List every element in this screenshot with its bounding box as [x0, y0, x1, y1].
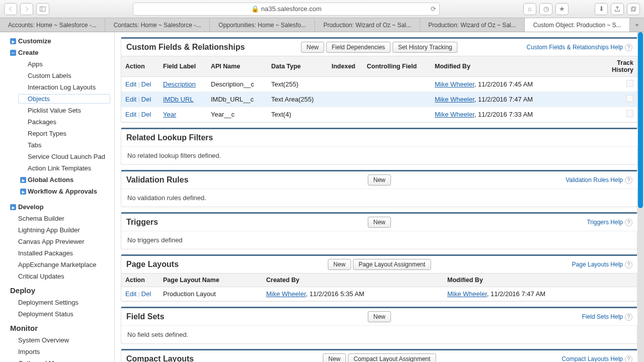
- sidebar-item-deployment-status[interactable]: Deployment Status: [0, 308, 114, 320]
- sidebar-item-packages[interactable]: Packages: [0, 116, 114, 128]
- sidebar-item-picklist[interactable]: Picklist Value Sets: [0, 105, 114, 116]
- new-compact-layout-button[interactable]: New: [323, 353, 346, 362]
- sidebar-item-outbound-messages[interactable]: Outbound Messages: [0, 357, 114, 362]
- new-fieldset-button[interactable]: New: [368, 311, 391, 322]
- tabs-button[interactable]: [627, 3, 640, 15]
- created-by-link[interactable]: Mike Wheeler: [266, 290, 306, 298]
- sidebar-item-create[interactable]: –Create: [0, 47, 114, 58]
- col-action: Action: [121, 274, 159, 287]
- layout-name: Production Layout: [159, 287, 262, 301]
- tab-custom-object[interactable]: Custom Object: Production ~ S...: [525, 18, 630, 32]
- tab-production-2[interactable]: Production: Wizard of Oz ~ Sal...: [420, 18, 525, 32]
- svg-rect-2: [631, 8, 635, 11]
- sidebar-item-apps[interactable]: Apps: [0, 58, 114, 70]
- url-field[interactable]: 🔒 na35.salesforce.com ⟳: [133, 3, 440, 16]
- col-modified-by: Modified By: [431, 56, 590, 77]
- api-name: Year__c: [207, 107, 267, 122]
- table-row: Edit|Del Year Year__c Text(4) Mike Wheel…: [121, 107, 637, 122]
- forward-button[interactable]: [20, 3, 33, 15]
- edit-link[interactable]: Edit: [125, 111, 136, 118]
- back-button[interactable]: [4, 3, 17, 15]
- validation-help-link[interactable]: Validation Rules Help?: [566, 176, 632, 184]
- field-sets-section: Field Sets New Field Sets Help? No field…: [121, 307, 638, 344]
- new-field-button[interactable]: New: [301, 42, 324, 53]
- sidebar-item-canvas-app[interactable]: Canvas App Previewer: [0, 236, 114, 247]
- tab-accounts[interactable]: Accounts: Home ~ Salesforce -...: [0, 18, 105, 32]
- new-layout-button[interactable]: New: [328, 259, 351, 270]
- scrollbar-thumb[interactable]: [638, 32, 643, 208]
- data-type: Text(4): [267, 107, 328, 122]
- sidebar-item-custom-labels[interactable]: Custom Labels: [0, 70, 114, 81]
- reload-icon[interactable]: ⟳: [431, 5, 436, 13]
- edit-link[interactable]: Edit: [125, 80, 136, 88]
- modified-by-link[interactable]: Mike Wheeler: [435, 80, 474, 88]
- sidebar-toggle-button[interactable]: [36, 3, 49, 15]
- triggers-help-link[interactable]: Triggers Help?: [587, 219, 632, 226]
- new-trigger-button[interactable]: New: [368, 217, 391, 228]
- bookmark-button[interactable]: ★: [555, 3, 569, 15]
- sidebar-item-global-actions[interactable]: ▸Global Actions: [0, 174, 114, 186]
- modified-date: 11/2/2016 7:45 AM: [478, 80, 533, 88]
- del-link[interactable]: Del: [141, 290, 151, 298]
- del-link[interactable]: Del: [141, 96, 151, 103]
- sidebar-item-imports[interactable]: Imports: [0, 346, 114, 357]
- modified-by-link[interactable]: Mike Wheeler: [435, 96, 474, 103]
- del-link[interactable]: Del: [141, 80, 151, 88]
- expand-icon: ▸: [10, 204, 16, 210]
- share-button[interactable]: [611, 3, 624, 15]
- field-label-link[interactable]: Description: [163, 80, 196, 88]
- set-history-tracking-button[interactable]: Set History Tracking: [392, 42, 457, 53]
- sidebar-item-appexchange[interactable]: AppExchange Marketplace: [0, 259, 114, 270]
- sidebar-item-report-types[interactable]: Report Types: [0, 128, 114, 139]
- sidebar-item-objects[interactable]: Objects: [0, 93, 114, 105]
- sidebar-item-schema-builder[interactable]: Schema Builder: [0, 213, 114, 224]
- sidebar-item-workflow[interactable]: ▸Workflow & Approvals: [0, 186, 114, 197]
- modified-by-link[interactable]: Mike Wheeler: [435, 111, 474, 118]
- col-layout-name: Page Layout Name: [159, 274, 262, 287]
- field-dependencies-button[interactable]: Field Dependencies: [326, 42, 390, 53]
- custom-fields-help-link[interactable]: Custom Fields & Relationships Help?: [527, 44, 632, 51]
- sidebar-item-develop[interactable]: ▸Develop: [0, 201, 114, 213]
- sidebar-item-critical-updates[interactable]: Critical Updates: [0, 270, 114, 282]
- empty-message: No validation rules defined.: [121, 189, 637, 207]
- help-icon: ?: [625, 44, 632, 51]
- history-button[interactable]: ◷: [539, 3, 552, 15]
- sidebar-item-installed-packages[interactable]: Installed Packages: [0, 247, 114, 259]
- empty-message: No triggers defined: [121, 231, 637, 249]
- del-link[interactable]: Del: [141, 111, 151, 118]
- col-action: Action: [121, 56, 159, 77]
- collapse-icon: –: [10, 50, 16, 56]
- sidebar-item-customize[interactable]: ▸Customize: [0, 35, 114, 47]
- home-button[interactable]: ⌂: [523, 3, 536, 15]
- tab-contacts[interactable]: Contacts: Home ~ Salesforce -...: [105, 18, 210, 32]
- sidebar-item-action-link[interactable]: Action Link Templates: [0, 162, 114, 174]
- col-controlling: Controlling Field: [363, 56, 431, 77]
- tab-production-1[interactable]: Production: Wizard of Oz ~ Sal...: [315, 18, 420, 32]
- page-layouts-help-link[interactable]: Page Layouts Help?: [572, 261, 632, 268]
- compact-layouts-help-link[interactable]: Compact Layouts Help?: [562, 355, 632, 363]
- scrollbar-track[interactable]: [637, 32, 644, 362]
- modified-by-link[interactable]: Mike Wheeler: [447, 290, 487, 298]
- sidebar-item-interaction-log[interactable]: Interaction Log Layouts: [0, 81, 114, 93]
- help-icon: ?: [625, 313, 632, 321]
- sidebar-item-tabs[interactable]: Tabs: [0, 139, 114, 151]
- api-name: Description__c: [207, 77, 267, 92]
- sidebar-item-system-overview[interactable]: System Overview: [0, 334, 114, 346]
- sidebar-item-lightning-app[interactable]: Lightning App Builder: [0, 224, 114, 236]
- field-label-link[interactable]: Year: [163, 111, 176, 118]
- col-api-name: API Name: [207, 56, 267, 77]
- lock-icon: 🔒: [251, 5, 259, 13]
- field-label-link[interactable]: IMDb URL: [163, 96, 194, 103]
- tab-opportunities[interactable]: Opportunities: Home ~ Salesfo...: [210, 18, 315, 32]
- field-sets-help-link[interactable]: Field Sets Help?: [582, 313, 632, 321]
- download-button[interactable]: ⬇: [595, 3, 608, 15]
- table-row: Edit|Del Production Layout Mike Wheeler,…: [121, 287, 637, 301]
- sidebar-item-service-cloud[interactable]: Service Cloud Launch Pad: [0, 151, 114, 162]
- compact-layout-assignment-button[interactable]: Compact Layout Assignment: [348, 353, 436, 362]
- new-tab-button[interactable]: +: [630, 18, 644, 32]
- new-validation-button[interactable]: New: [368, 174, 391, 186]
- edit-link[interactable]: Edit: [125, 96, 136, 103]
- edit-link[interactable]: Edit: [125, 290, 136, 298]
- sidebar-item-deployment-settings[interactable]: Deployment Settings: [0, 297, 114, 308]
- page-layout-assignment-button[interactable]: Page Layout Assignment: [353, 259, 431, 270]
